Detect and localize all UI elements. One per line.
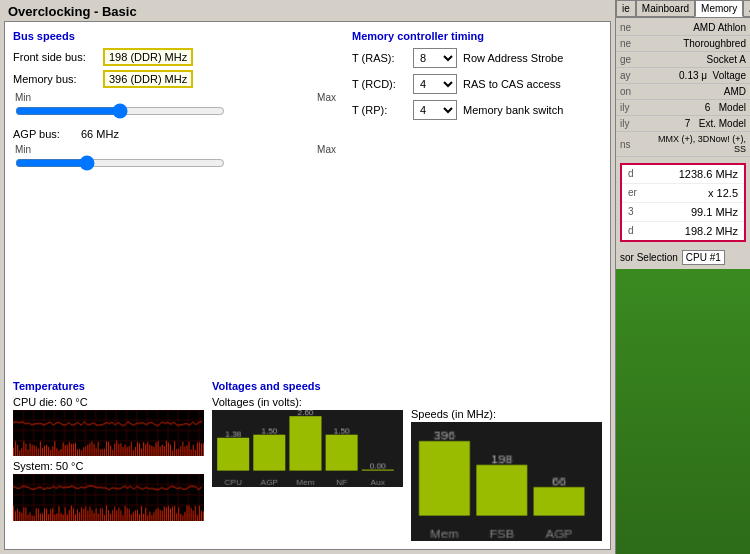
cpu-selector-row: sor Selection CPU #1 [616,246,750,269]
tab-a[interactable]: A [743,0,750,17]
list-item: on AMD [616,84,750,100]
list-item: ns MMX (+), 3DNow! (+), SS [616,132,750,157]
tras-label: T (RAS): [352,52,407,64]
highlighted-values-box: d 1238.6 MHz er x 12.5 3 99.1 MHz d 198.… [620,163,746,242]
voltages-chart [212,410,403,487]
speeds-chart [411,422,602,541]
list-item: ily 6 Model [616,100,750,116]
list-item: ay 0.13 μ Voltage [616,68,750,84]
right-info-list: ne AMD Athlon ne Thoroughbred ge Socket … [616,18,750,159]
trp-select[interactable]: 435 [413,100,457,120]
trp-label: T (RP): [352,104,407,116]
list-item: ne AMD Athlon [616,20,750,36]
tab-mainboard[interactable]: Mainboard [636,0,695,17]
tab-ie[interactable]: ie [616,0,636,17]
slider2-min-label: Min [15,144,31,155]
tras-desc: Row Address Strobe [463,52,563,64]
agp-slider[interactable] [15,156,225,170]
trcd-select[interactable]: 435 [413,74,457,94]
slider2-max-label: Max [317,144,336,155]
right-tabs: ie Mainboard Memory A [616,0,750,18]
membus-label: Memory bus: [13,73,103,85]
fsb-label: Front side bus: [13,51,103,63]
tab-memory[interactable]: Memory [695,0,743,17]
agp-value: 66 MHz [81,128,119,140]
cpu-die-temp: CPU die: 60 °C [13,396,204,408]
list-item: ily 7 Ext. Model [616,116,750,132]
voltages-label: Voltages and speeds [212,380,403,392]
agp-label: AGP bus: [13,128,73,140]
list-item: ge Socket A [616,52,750,68]
list-item: ne Thoroughbred [616,36,750,52]
voltages-sublabel: Voltages (in volts): [212,396,403,408]
highlight-row-multi: er x 12.5 [622,184,744,203]
sys-temp-chart [13,474,204,520]
temperatures-label: Temperatures [13,380,204,392]
trp-desc: Memory bank switch [463,104,563,116]
page-title: Overclocking - Basic [0,0,615,21]
highlight-row-fsb: 3 99.1 MHz [622,203,744,222]
highlight-row-freq: d 1238.6 MHz [622,165,744,184]
slider1-max-label: Max [317,92,336,103]
highlight-row-mem: d 198.2 MHz [622,222,744,240]
cpu-temp-chart [13,410,204,456]
fsb-value: 198 (DDR) MHz [103,48,193,66]
trcd-label: T (RCD): [352,78,407,90]
mem-ctrl-label: Memory controller timing [352,30,602,42]
bus-speeds-label: Bus speeds [13,30,336,42]
cpu-selector-label: sor Selection [620,252,678,263]
grass-decoration [616,269,750,554]
speeds-sublabel: Speeds (in MHz): [411,408,602,420]
tras-select[interactable]: 867 [413,48,457,68]
trcd-desc: RAS to CAS access [463,78,561,90]
slider1-min-label: Min [15,92,31,103]
system-temp: System: 50 °C [13,460,204,472]
fsb-slider[interactable] [15,104,225,118]
membus-value: 396 (DDR) MHz [103,70,193,88]
cpu-selector[interactable]: CPU #1 [682,250,725,265]
